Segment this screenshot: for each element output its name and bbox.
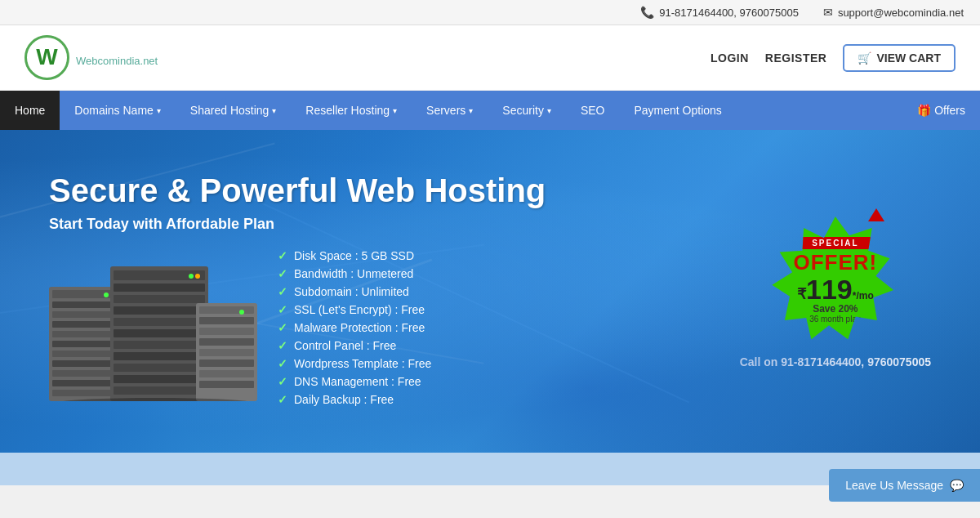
svg-point-29 <box>189 274 194 279</box>
plan-text: 36 month plan <box>809 315 861 324</box>
leave-message-button[interactable]: Leave Us Message 💬 <box>829 469 980 485</box>
nav-item-seo[interactable]: SEO <box>566 91 620 130</box>
feature-item: ✓Malware Protection : Free <box>278 321 431 334</box>
cart-icon: 🛒 <box>858 51 871 65</box>
offer-badge: SPECIAL OFFER! ₹ 119 */mo Save 20% 36 mo… <box>770 215 901 346</box>
hero-subtitle: Start Today with Affordable Plan <box>49 216 740 233</box>
logo: W Webcomindia.net <box>24 35 158 80</box>
svg-rect-28 <box>114 386 205 395</box>
feature-item: ✓Disk Space : 5 GB SSD <box>278 249 431 262</box>
svg-rect-32 <box>199 306 254 314</box>
svg-rect-5 <box>52 301 115 308</box>
logo-icon: W <box>24 35 69 80</box>
nav-item-domains[interactable]: Domains Name ▾ <box>60 91 175 130</box>
svg-rect-38 <box>199 370 254 377</box>
svg-point-15 <box>104 292 109 297</box>
offer-label: OFFER! <box>793 250 877 275</box>
gift-icon: 🎁 <box>917 104 931 117</box>
email-contact: ✉ support@webcomindia.net <box>823 6 964 19</box>
nav-item-reseller-hosting[interactable]: Reseller Hosting ▾ <box>291 91 412 130</box>
svg-rect-19 <box>114 284 205 292</box>
svg-point-40 <box>239 310 244 315</box>
svg-point-30 <box>195 274 200 279</box>
per-month: */mo <box>853 290 874 301</box>
starburst-shape: SPECIAL OFFER! ₹ 119 */mo Save 20% 36 mo… <box>772 217 898 343</box>
phone-number: 91-8171464400, 9760075005 <box>659 7 799 19</box>
svg-rect-33 <box>199 317 254 324</box>
hero-title: Secure & Powerful Web Hosting <box>49 172 740 209</box>
feature-item: ✓Daily Backup : Free <box>278 393 431 406</box>
view-cart-button[interactable]: 🛒 VIEW CART <box>843 44 956 72</box>
hero-main-area: ✓Disk Space : 5 GB SSD ✓Bandwidth : Unme… <box>49 249 740 411</box>
features-list: ✓Disk Space : 5 GB SSD ✓Bandwidth : Unme… <box>278 249 431 411</box>
svg-rect-9 <box>52 341 115 347</box>
chat-icon: 💬 <box>950 479 964 485</box>
feature-item: ✓SSL (Let's Encrypt) : Free <box>278 303 431 316</box>
svg-rect-14 <box>52 390 115 396</box>
login-button[interactable]: LOGIN <box>710 51 749 65</box>
hero-text-content: Secure & Powerful Web Hosting Start Toda… <box>49 172 740 411</box>
feature-item: ✓DNS Management : Free <box>278 375 431 388</box>
server-image <box>49 262 253 397</box>
svg-rect-35 <box>199 338 254 346</box>
svg-rect-13 <box>52 380 115 386</box>
feature-item: ✓Control Panel : Free <box>278 339 431 352</box>
header: W Webcomindia.net LOGIN REGISTER 🛒 VIEW … <box>0 25 980 91</box>
logo-text: Webcomindia.net <box>76 45 158 70</box>
phone-icon: 📞 <box>640 6 654 19</box>
svg-rect-11 <box>52 360 115 367</box>
chevron-down-icon: ▾ <box>469 106 473 115</box>
nav-item-security[interactable]: Security ▾ <box>488 91 566 130</box>
svg-rect-37 <box>199 359 254 367</box>
nav-item-home[interactable]: Home <box>0 91 60 130</box>
server-svg <box>49 262 261 401</box>
nav-item-shared-hosting[interactable]: Shared Hosting ▾ <box>176 91 292 130</box>
svg-text:W: W <box>36 44 58 69</box>
svg-rect-23 <box>114 329 205 337</box>
price-display: ₹ 119 */mo <box>797 275 874 303</box>
svg-rect-39 <box>199 381 254 388</box>
svg-rect-10 <box>52 351 115 357</box>
save-text: Save 20% <box>813 303 858 315</box>
svg-rect-8 <box>52 331 115 337</box>
header-actions: LOGIN REGISTER 🛒 VIEW CART <box>710 44 956 72</box>
svg-rect-36 <box>199 349 254 356</box>
svg-rect-24 <box>114 341 205 349</box>
svg-rect-6 <box>52 311 115 318</box>
rupee-symbol: ₹ <box>797 285 806 303</box>
nav-item-servers[interactable]: Servers ▾ <box>412 91 488 130</box>
svg-rect-12 <box>52 370 115 377</box>
feature-item: ✓Bandwidth : Unmetered <box>278 267 431 280</box>
flag-decoration <box>868 208 884 221</box>
price-number: 119 <box>806 275 853 303</box>
badge-content: SPECIAL OFFER! ₹ 119 */mo Save 20% 36 mo… <box>772 217 898 343</box>
svg-rect-21 <box>114 306 205 315</box>
offer-area: SPECIAL OFFER! ₹ 119 */mo Save 20% 36 mo… <box>740 215 931 368</box>
register-button[interactable]: REGISTER <box>765 51 827 65</box>
feature-item: ✓Wordpress Template : Free <box>278 357 431 370</box>
hero-banner: Secure & Powerful Web Hosting Start Toda… <box>0 130 980 453</box>
chevron-down-icon: ▾ <box>393 106 397 115</box>
top-bar: 📞 91-8171464400, 9760075005 ✉ support@we… <box>0 0 980 25</box>
special-label: SPECIAL <box>800 237 870 249</box>
nav-item-offers[interactable]: 🎁 Offers <box>902 91 980 130</box>
chevron-down-icon: ▾ <box>157 106 161 115</box>
chevron-down-icon: ▾ <box>272 106 276 115</box>
svg-rect-26 <box>114 364 205 372</box>
main-nav: Home Domains Name ▾ Shared Hosting ▾ Res… <box>0 91 980 130</box>
nav-item-payment[interactable]: Payment Options <box>619 91 736 130</box>
svg-rect-7 <box>52 321 115 328</box>
call-info: Call on 91-8171464400, 9760075005 <box>740 355 931 368</box>
email-icon: ✉ <box>823 6 833 19</box>
call-number: 91-8171464400, 9760075005 <box>781 355 931 368</box>
phone-contact: 📞 91-8171464400, 9760075005 <box>640 6 799 19</box>
svg-rect-20 <box>114 295 205 303</box>
svg-rect-25 <box>114 352 205 360</box>
svg-rect-22 <box>114 318 205 326</box>
feature-item: ✓Subdomain : Unlimited <box>278 285 431 298</box>
svg-rect-27 <box>114 375 205 383</box>
svg-rect-34 <box>199 328 254 335</box>
email-address: support@webcomindia.net <box>838 7 964 19</box>
chevron-down-icon: ▾ <box>547 106 551 115</box>
